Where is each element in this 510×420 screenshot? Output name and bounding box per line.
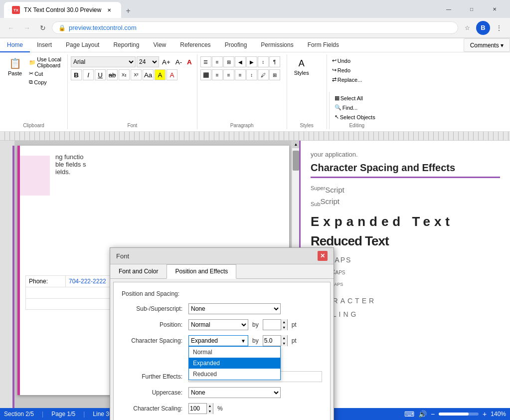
character-spacing-spin[interactable]: ▲ ▼ <box>263 335 288 346</box>
clipboard-icon: 📁 <box>29 59 36 66</box>
back-btn[interactable]: ← <box>4 21 18 35</box>
borders-btn[interactable]: ⊞ <box>269 69 280 80</box>
position-spin-up[interactable]: ▲ <box>281 319 287 325</box>
select-objects-btn[interactable]: ↖ Select Objects <box>333 113 377 121</box>
forward-btn[interactable]: → <box>20 21 34 35</box>
align-center-btn[interactable]: ≡ <box>212 69 223 80</box>
align-right-btn[interactable]: ≡ <box>223 69 234 80</box>
profile-btn[interactable]: B <box>476 21 490 35</box>
line-spacing-btn[interactable]: ↕ <box>246 69 257 80</box>
tab-home[interactable]: Home <box>0 38 30 52</box>
character-scaling-spin[interactable]: ▲ ▼ <box>188 403 213 414</box>
dialog-tab-font-color[interactable]: Font and Color <box>110 264 167 278</box>
scroll-up-btn[interactable]: ▲ <box>292 141 299 148</box>
dialog-tab-position-effects[interactable]: Position and Effects <box>167 264 236 279</box>
close-btn[interactable]: ✕ <box>483 0 506 18</box>
comments-btn[interactable]: Comments ▾ <box>464 38 510 52</box>
tab-form-fields[interactable]: Form Fields <box>301 38 346 52</box>
uppercase-label: Uppercase: <box>122 389 186 396</box>
redo-btn[interactable]: ↪ Redo <box>330 66 352 74</box>
clipboard-group: 📋 Paste 📁 Use Local Clipboard ✂ Cut ⧉ <box>0 54 68 129</box>
position-spin-down[interactable]: ▼ <box>281 325 287 330</box>
dropdown-item-expanded[interactable]: Expanded <box>189 358 280 369</box>
position-select[interactable]: Normal Raised Lowered <box>188 319 248 330</box>
dialog-close-btn[interactable]: ✕ <box>318 251 328 261</box>
shrink-font-btn[interactable]: A- <box>173 57 184 67</box>
multilevel-btn[interactable]: ⊞ <box>223 56 234 67</box>
position-spin[interactable]: ▲ ▼ <box>263 319 288 330</box>
tab-close-btn[interactable]: ✕ <box>105 6 113 14</box>
paste-btn[interactable]: 📋 Paste <box>4 55 26 78</box>
cut-btn[interactable]: ✂ Cut <box>27 69 63 78</box>
styles-btn[interactable]: A Styles <box>290 56 313 78</box>
intro-text: your application. <box>311 151 500 158</box>
tab-reporting[interactable]: Reporting <box>106 38 146 52</box>
copy-btn[interactable]: ⧉ Copy <box>27 78 63 86</box>
bold-btn[interactable]: B <box>71 69 82 80</box>
font-name-select[interactable]: Arial <box>71 56 136 67</box>
show-formatting-btn[interactable]: ¶ <box>269 56 280 67</box>
browser-menu-btn[interactable]: ⋮ <box>492 21 506 35</box>
character-scaling-spin-input[interactable] <box>189 405 206 412</box>
reload-btn[interactable]: ↻ <box>36 21 50 35</box>
character-spacing-spin-input[interactable] <box>263 337 281 344</box>
clear-format-btn[interactable]: A <box>185 57 194 67</box>
tab-insert[interactable]: Insert <box>30 38 59 52</box>
new-tab-btn[interactable]: + <box>121 4 135 18</box>
decrease-indent-btn[interactable]: ◀ <box>235 56 246 67</box>
increase-indent-btn[interactable]: ▶ <box>246 56 257 67</box>
maximize-btn[interactable]: □ <box>460 0 483 18</box>
character-spacing-select[interactable]: Expanded ▼ <box>188 335 248 346</box>
font-color-btn[interactable]: A <box>167 69 177 80</box>
tab-permissions[interactable]: Permissions <box>254 38 300 52</box>
highlight-btn[interactable]: A <box>155 69 166 80</box>
undo-btn[interactable]: ↩ Undo <box>330 56 352 65</box>
shading-btn[interactable]: 🖊 <box>258 69 269 80</box>
tab-view[interactable]: View <box>146 38 173 52</box>
character-spacing-spin-down[interactable]: ▼ <box>281 341 287 346</box>
paragraph-label: Paragraph <box>197 123 287 128</box>
replace-btn[interactable]: ⇄ Replace... <box>330 75 364 84</box>
select-all-btn[interactable]: ▦ Select All <box>333 94 365 102</box>
position-spin-input[interactable] <box>263 321 281 328</box>
sort-btn[interactable]: ↕ <box>258 56 269 67</box>
uppercase-select[interactable]: None All Caps Small Caps Petite Caps <box>188 387 281 398</box>
address-bar[interactable]: 🔒 preview.textcontrol.com <box>52 21 458 34</box>
zoom-slider[interactable] <box>439 413 479 416</box>
zoom-in-btn[interactable]: + <box>483 410 487 418</box>
change-case-btn[interactable]: Aa <box>143 69 154 80</box>
char-scaling-demo: CHARACTER SCALING <box>311 294 500 321</box>
browser-tab[interactable]: TX TX Text Control 30.0 Preview ✕ <box>4 2 121 18</box>
font-label: Font <box>68 123 197 128</box>
dropdown-item-reduced[interactable]: Reduced <box>189 369 280 380</box>
bullets-btn[interactable]: ☰ <box>200 56 211 67</box>
numbering-btn[interactable]: ≡ <box>212 56 223 67</box>
sub-superscript-select[interactable]: None Superscript Subscript <box>188 303 281 314</box>
tab-references[interactable]: References <box>173 38 217 52</box>
further-effects-label: Further Effects: <box>122 373 186 380</box>
tab-proofing[interactable]: Proofing <box>218 38 254 52</box>
superscript-btn[interactable]: X² <box>131 69 142 80</box>
zoom-out-btn[interactable]: − <box>431 410 435 418</box>
italic-btn[interactable]: I <box>83 69 94 80</box>
underline-btn[interactable]: U <box>95 69 106 80</box>
find-btn[interactable]: 🔍 Find... <box>333 103 360 112</box>
dropdown-item-normal[interactable]: Normal <box>189 347 280 358</box>
font-size-select[interactable]: 24 <box>137 56 159 67</box>
strikethrough-btn[interactable]: ab <box>107 69 118 80</box>
use-local-clipboard-btn[interactable]: 📁 Use Local Clipboard <box>27 55 63 69</box>
justify-btn[interactable]: ≡ <box>235 69 246 80</box>
grow-font-btn[interactable]: A+ <box>160 57 172 67</box>
scroll-thumb[interactable] <box>293 151 299 171</box>
character-scaling-spin-down[interactable]: ▼ <box>207 409 213 414</box>
redo-icon: ↪ <box>332 67 337 73</box>
subscript-btn[interactable]: X₂ <box>119 69 130 80</box>
bookmark-btn[interactable]: ☆ <box>460 21 474 35</box>
tab-page-layout[interactable]: Page Layout <box>59 38 106 52</box>
character-spacing-spin-up[interactable]: ▲ <box>281 335 287 341</box>
speaker-icon: 🔊 <box>418 410 427 418</box>
minimize-btn[interactable]: — <box>437 0 460 18</box>
character-scaling-spin-up[interactable]: ▲ <box>207 403 213 409</box>
align-left-btn[interactable]: ⬛ <box>200 69 211 80</box>
undo-icon: ↩ <box>332 57 337 64</box>
